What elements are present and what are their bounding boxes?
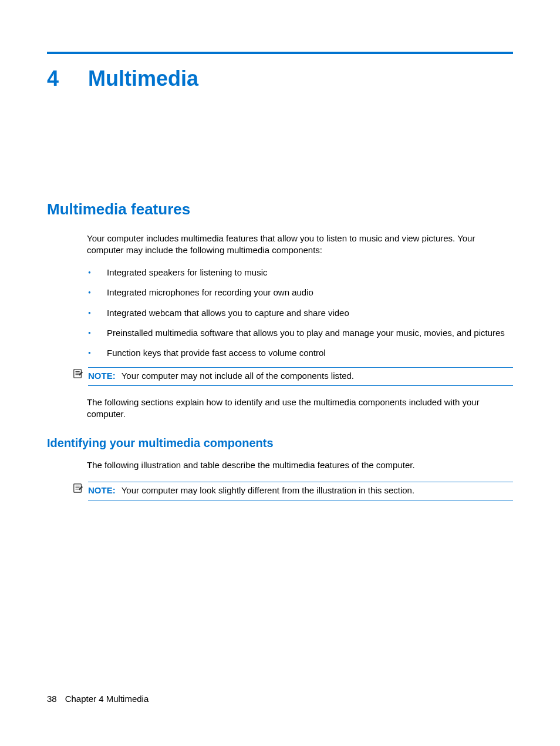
note-box-2: NOTE:Your computer may look slightly dif… [88, 482, 513, 500]
list-item: Integrated webcam that allows you to cap… [87, 307, 513, 319]
section1-closing: The following sections explain how to id… [87, 396, 513, 421]
section2-body: The following illustration and table des… [87, 459, 513, 471]
footer-text: Chapter 4 Multimedia [65, 694, 149, 704]
note-box-1: NOTE:Your computer may not include all o… [88, 367, 513, 385]
list-item: Preinstalled multimedia software that al… [87, 327, 513, 339]
page: 4 Multimedia Multimedia features Your co… [0, 0, 560, 746]
page-footer: 38Chapter 4 Multimedia [47, 693, 149, 705]
note-row-1: NOTE:Your computer may not include all o… [73, 367, 513, 385]
chapter-title: Multimedia [88, 65, 198, 93]
note-icon [73, 368, 85, 382]
chapter-top-rule [47, 52, 513, 54]
chapter-heading: 4 Multimedia [47, 65, 513, 93]
section-heading-multimedia-features: Multimedia features [47, 199, 513, 220]
list-item: Integrated microphones for recording you… [87, 287, 513, 298]
note-icon [73, 483, 85, 496]
list-item: Integrated speakers for listening to mus… [87, 267, 513, 278]
section2-intro: The following illustration and table des… [87, 459, 513, 471]
note-label: NOTE: [88, 371, 116, 381]
section1-intro: Your computer includes multimedia featur… [87, 233, 513, 257]
section1-body: Your computer includes multimedia featur… [87, 233, 513, 359]
note-label: NOTE: [88, 485, 116, 495]
features-list: Integrated speakers for listening to mus… [87, 267, 513, 359]
section-heading-identifying: Identifying your multimedia components [47, 435, 513, 451]
chapter-number: 4 [47, 65, 88, 93]
note-text: Your computer may look slightly differen… [122, 485, 414, 495]
page-number: 38 [47, 694, 57, 704]
note-text: Your computer may not include all of the… [122, 371, 354, 381]
list-item: Function keys that provide fast access t… [87, 347, 513, 359]
section1-closing-block: The following sections explain how to id… [87, 396, 513, 421]
note-row-2: NOTE:Your computer may look slightly dif… [73, 482, 513, 500]
